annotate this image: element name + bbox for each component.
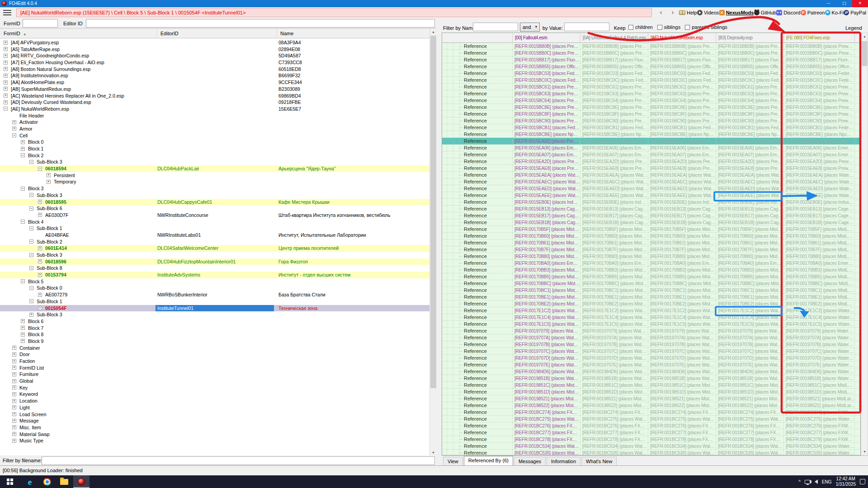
table-row[interactable]: Reference[REFR:0015BC63] (places Prewar_… xyxy=(442,90,860,97)
taskbar-app-edge[interactable]: e xyxy=(22,475,38,488)
table-row[interactable]: Reference[REFR:0019851D] (places MistLar… xyxy=(442,389,860,395)
ref-cell-col4[interactable]: [REFR:00170BB3] (places MistLar... xyxy=(716,267,784,273)
ref-cell-col4[interactable]: [REFR:0015BB17] (places Fluores... xyxy=(716,56,784,63)
ref-cell-col4[interactable]: [REFR:001BC535] (places Water1... xyxy=(716,450,784,455)
table-column-header-2[interactable]: [0A] Unofficial Fallout 4 Patch.esp xyxy=(580,33,648,43)
expand-icon[interactable]: + xyxy=(12,127,16,131)
ref-cell-col1[interactable]: [REFR:0015EB0E] (places Industri... xyxy=(513,199,580,206)
ref-cell-col5[interactable]: [REFR:00170B80] (places MistLar... xyxy=(784,253,855,260)
ref-cell-col1[interactable]: [REFR:0015BCBE] (places NpcCh... xyxy=(513,131,580,138)
scroll-down-icon[interactable]: ▼ xyxy=(862,448,868,455)
ref-cell-col5[interactable]: [REFR:0015BC03] (places Federali... xyxy=(784,70,855,77)
tree-row[interactable]: +[A9] InstituteInnovation.espB6699F32 xyxy=(0,72,429,79)
ref-cell-col4[interactable]: [REFR:0017E1C4] (places Water10... xyxy=(716,314,784,321)
expand-icon[interactable]: + xyxy=(4,41,8,45)
table-row[interactable]: Reference[REFR:0015EAED] (places Water1.… xyxy=(442,185,860,192)
table-row[interactable]: Reference[REFR:0015BC8E] (places Prewar_… xyxy=(442,104,860,111)
ref-cell-col1[interactable]: [REFR:0017E1C5] (places Water10... xyxy=(513,321,580,328)
ref-cell-col4[interactable]: [REFR:00170BC1] (places MistLar... xyxy=(716,287,784,294)
ref-cell-col4[interactable]: [REFR:001BC278] (places FXWate... xyxy=(716,436,784,443)
maximize-button[interactable]: ▢ xyxy=(836,0,852,7)
collapse-icon[interactable]: − xyxy=(21,153,25,157)
ref-cell-col4[interactable]: [REFR:0015BB0C] (places Prewar_... xyxy=(716,50,784,56)
editorid-input[interactable] xyxy=(86,19,435,28)
table-row[interactable]: Reference[REFR:0015EA07] (places Emerge.… xyxy=(442,151,860,158)
table-row[interactable]: Reference[REFR:00170B7F] (places MistLar… xyxy=(442,246,860,253)
tree-row-selected[interactable]: +0015054FInstituteTunnel01Техническая зо… xyxy=(0,305,429,312)
ref-cell-col3[interactable]: [REFR:001BC535] (places Water1... xyxy=(648,450,716,455)
ref-cell-col3[interactable]: [REFR:00170B80] (places MistLar... xyxy=(648,253,716,260)
ref-cell-col5[interactable]: [REFR:00170BE2] (places MistLar... xyxy=(784,300,855,307)
ref-cell-col1[interactable]: [REFR:0019851C] (places MistLar... xyxy=(513,382,580,389)
ref-cell-col5[interactable]: [REFR:0015EA07] (places Emerge... xyxy=(784,151,855,158)
ref-cell-col3[interactable]: [REFR:0015EAEA] (places Water1... xyxy=(648,172,716,178)
table-row[interactable]: Reference[REFR:0019707B] (places Water10… xyxy=(442,341,860,348)
tab-referenced-by-6-[interactable]: Referenced By (6) xyxy=(464,456,513,465)
ref-cell-col1[interactable]: [REFR:0015BC61] (places Prewar_... xyxy=(513,84,580,90)
ref-cell-col3[interactable]: [REFR:00197079] (places Water10... xyxy=(648,328,716,334)
ref-cell-col2[interactable]: [REFR:0015BB17] (places Fluores... xyxy=(580,56,648,63)
table-row[interactable]: Reference[REFR:00198521] (places MistLar… xyxy=(442,395,860,402)
expand-icon[interactable]: + xyxy=(4,54,8,58)
ref-cell-col5[interactable]: [REFR:00198521] (places MistLar... xyxy=(784,395,855,402)
table-row[interactable]: Reference[REFR:0019707E] (places Water10… xyxy=(442,361,860,368)
ref-cell-col1[interactable]: [REFR:00170BE1] (places MistLar... xyxy=(513,294,580,300)
tab-messages[interactable]: Messages xyxy=(514,457,546,465)
ref-cell-col1[interactable]: [REFR:0015BB0B] (places Prewar_... xyxy=(513,43,580,50)
tab-information[interactable]: Information xyxy=(547,457,580,465)
ref-cell-col1[interactable]: [REFR:00170BC1] (places MistLar... xyxy=(513,287,580,294)
table-row[interactable]: Reference[REFR:00197079] (places Water10… xyxy=(442,328,860,334)
ref-cell-col4[interactable]: [REFR:0015EA07] (places Emerge... xyxy=(716,151,784,158)
tree-row[interactable]: +Door xyxy=(0,351,429,358)
tree-row[interactable]: −Block 3 xyxy=(0,185,429,192)
ref-cell-col2[interactable]: [REFR:0015BCBE] (places NpcCh... xyxy=(580,131,648,138)
ref-cell-col2[interactable]: [REFR:001BC276] (places FXWate... xyxy=(580,422,648,429)
collapse-icon[interactable]: − xyxy=(12,133,16,137)
ref-cell-col3[interactable]: [REFR:00170BB3] (places MistLar... xyxy=(648,267,716,273)
expand-icon[interactable]: + xyxy=(12,419,16,423)
collapse-icon[interactable]: − xyxy=(29,286,33,290)
table-column-header-5[interactable]: [FE 080] FO4Fixes.esp xyxy=(784,33,855,43)
ref-cell-col2[interactable]: [REFR:00170BA0] (places Emerge... xyxy=(580,260,648,267)
table-row[interactable]: Reference[REFR:0015EA2D] (places Prewar_… xyxy=(442,158,860,165)
ref-cell-col3[interactable]: [REFR:0019851C] (places MistLar... xyxy=(648,382,716,389)
ref-cell-col1[interactable]: [REFR:0015BC64] (places Prewar_... xyxy=(513,97,580,104)
ref-cell-col5[interactable]: [REFR:0015EAED] (places Water1... xyxy=(784,185,855,192)
ref-cell-col1[interactable]: [REFR:0015BCB1] (places Federali... xyxy=(513,124,580,131)
ref-cell-col5[interactable]: [REFR:00197079] (places Water10... xyxy=(784,328,855,334)
ref-cell-col1[interactable]: [REFR:0019851B] (places Water10... xyxy=(513,375,580,382)
column-header-formid[interactable]: FormID▲ xyxy=(0,28,157,38)
ref-cell-col1[interactable]: [REFR:0015BC63] (places Prewar_... xyxy=(513,90,580,97)
ref-cell-col2[interactable]: [REFR:00170BE1] (places MistLar... xyxy=(580,294,648,300)
ref-cell-col5[interactable]: [REFR:001BC274] (places FXWate... xyxy=(784,409,855,416)
ref-cell-col5[interactable]: [REFR:0015EAEC] (places Water1... xyxy=(784,178,855,185)
ref-cell-col5[interactable]: [REFR:0015BB0C] (places Prewar_... xyxy=(784,50,855,56)
ref-cell-col1[interactable]: [REFR:001BC274] (places FXWate... xyxy=(513,409,580,416)
table-row[interactable]: Reference[REFR:0015EAE8] (places Prewar_… xyxy=(442,165,860,172)
ref-cell-col3[interactable]: [REFR:0019851B] (places Water10... xyxy=(648,375,716,382)
expand-icon[interactable]: + xyxy=(12,120,16,124)
ref-cell-col2[interactable]: [REFR:0017E1C2] (places Water10... xyxy=(580,307,648,314)
ref-cell-col5[interactable]: [REFR:00198522] (places MistLar... xyxy=(784,402,855,409)
tree-row[interactable]: +FormID List xyxy=(0,365,429,371)
ref-cell-col5[interactable]: [REFR:00170BBC] (places MistLar... xyxy=(784,280,855,287)
expand-icon[interactable]: + xyxy=(21,333,25,337)
ref-cell-col1[interactable]: [REFR:00170BE2] (places MistLar... xyxy=(513,300,580,307)
ref-cell-col4[interactable]: [REFR:0019707C] (places Water10... xyxy=(716,348,784,355)
ref-cell-col3[interactable]: [REFR:00170BB5] (places MistLar... xyxy=(648,273,716,280)
ref-cell-col3[interactable]: [REFR:0015BCB1] (places Federali... xyxy=(648,124,716,131)
ref-cell-col1[interactable]: [REFR:001BC277] (places FXWate... xyxy=(513,429,580,436)
ref-cell-col2[interactable]: [REFR:0015BC8F] (places Prewar_... xyxy=(580,111,648,117)
minimize-button[interactable]: — xyxy=(821,0,836,7)
ref-cell-col3[interactable]: [REFR:0019707C] (places Water10... xyxy=(648,348,716,355)
ref-cell-col2[interactable]: [REFR:0015EA06] (places Emerge... xyxy=(580,145,648,151)
table-row[interactable]: Reference[REFR:00170B80] (places MistLar… xyxy=(442,253,860,260)
collapse-icon[interactable]: − xyxy=(29,253,33,257)
expand-icon[interactable]: + xyxy=(12,346,16,350)
ref-cell-col3[interactable]: [REFR:00170BBC] (places MistLar... xyxy=(648,280,716,287)
ref-cell-col5[interactable]: [REFR:0015BC61] (places Prewar_... xyxy=(784,84,855,90)
ref-cell-col3[interactable]: [REFR:0019707A] (places Water10... xyxy=(648,334,716,341)
expand-icon[interactable]: + xyxy=(29,313,33,317)
ref-cell-col4[interactable]: [REFR:00197079] (places Water10... xyxy=(716,328,784,334)
ref-cell-col4[interactable]: [REFR:0015EAED] (places Water1... xyxy=(716,185,784,192)
